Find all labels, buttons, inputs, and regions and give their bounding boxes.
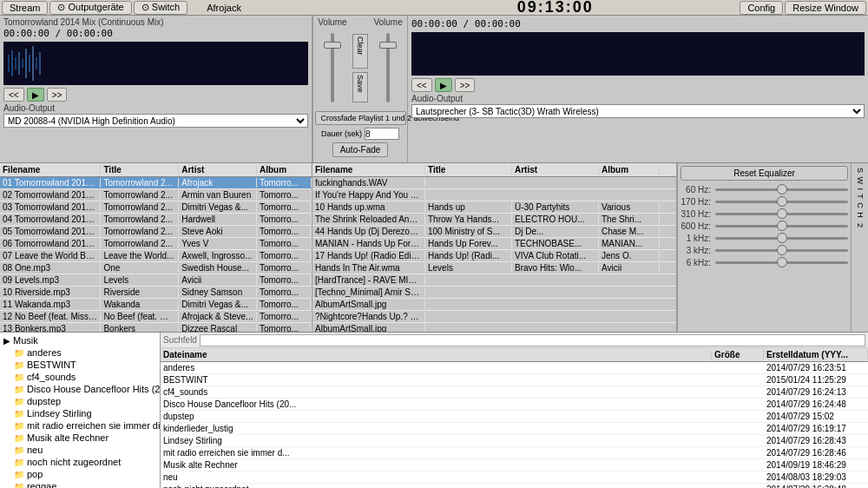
eq-band-knob[interactable] bbox=[777, 184, 787, 195]
deck2-prev[interactable]: << bbox=[411, 78, 432, 92]
tree-item[interactable]: 📁pop bbox=[2, 468, 158, 480]
file-row[interactable]: anderes 2014/07/29 16:23:51 bbox=[161, 362, 868, 374]
tree-item[interactable]: 📁reggae bbox=[2, 480, 158, 488]
eq-band-slider[interactable] bbox=[715, 188, 848, 191]
tree-icon: 📁 bbox=[14, 470, 24, 479]
eq-band-knob[interactable] bbox=[777, 257, 787, 267]
playlist2-row[interactable]: 10 Hands up.wma Hands up Ü-30 Partyhits … bbox=[312, 201, 676, 214]
file-row[interactable]: Disco House Dancefloor Hits (20... 2014/… bbox=[161, 399, 868, 411]
playlist2-row[interactable]: The Shrink Reloaded And Flip... Throw Ya… bbox=[312, 214, 676, 226]
eq-band-knob[interactable] bbox=[777, 233, 787, 243]
eq-band-knob[interactable] bbox=[777, 208, 787, 219]
file-rows: anderes 2014/07/29 16:23:51 BESTWINT 201… bbox=[161, 362, 868, 488]
file-row[interactable]: neu 2014/08/03 18:29:03 bbox=[161, 472, 868, 484]
fader-knob-right[interactable] bbox=[379, 42, 397, 49]
eq-band-slider[interactable] bbox=[715, 213, 848, 215]
playlist2-col-artist: Artist bbox=[512, 165, 599, 175]
playlist2-row[interactable]: Hands In The Air.wma Levels Bravo Hits: … bbox=[312, 262, 676, 274]
tree-item[interactable]: 📁anderes bbox=[2, 346, 158, 359]
playlist2-row[interactable]: 44 Hands Up (Dj Derezon & N... 100 Minis… bbox=[312, 226, 676, 238]
svg-rect-7 bbox=[29, 55, 30, 72]
playlist2-row[interactable]: 17 Hands Up! (Radio Edit).m4a Hands Up! … bbox=[312, 250, 676, 262]
tree-item[interactable]: 📁neu bbox=[2, 444, 158, 456]
deck1-transport: << ▶ >> bbox=[3, 88, 308, 102]
playlist1-row[interactable]: 12 No Beef (feat. Miss Palmer)... No Bee… bbox=[0, 311, 312, 323]
file-row[interactable]: kinderlieder_lustig 2014/07/29 16:19:17 bbox=[161, 423, 868, 435]
playlist1-row[interactable]: 10 Riverside.mp3 Riverside Sidney Samson… bbox=[0, 287, 312, 299]
eq-band-label: 600 Hz: bbox=[681, 221, 711, 231]
deck1-next[interactable]: >> bbox=[47, 88, 68, 102]
tree-item[interactable]: 📁cf4_sounds bbox=[2, 371, 158, 383]
playlist2-row[interactable]: fuckinghands.WAV bbox=[312, 177, 676, 189]
playlist1-row[interactable]: 09 Levels.mp3 Levels Avicii Tomorro... bbox=[0, 274, 312, 287]
tree-item[interactable]: ▶Musik bbox=[2, 334, 158, 346]
playlist1-row[interactable]: 03 Tomorrowland 2014 Mix (C... Tomorrowl… bbox=[0, 201, 312, 214]
deck1-prev[interactable]: << bbox=[3, 88, 24, 102]
fader-right[interactable] bbox=[373, 29, 402, 107]
playlist2-row[interactable]: AlbumArtSmall.jpg bbox=[312, 299, 676, 311]
duration-input[interactable] bbox=[365, 128, 399, 140]
file-row[interactable]: Musik alte Rechner 2014/09/19 18:46:29 bbox=[161, 459, 868, 472]
playlist2-row[interactable]: If You're Happy And You Kno... bbox=[312, 189, 676, 201]
eq-reset-button[interactable]: Reset Equalizer bbox=[681, 166, 848, 181]
playlist2-row[interactable]: [HardTrance] - RAVE MIX - Tra... bbox=[312, 274, 676, 287]
playlist1-row[interactable]: 04 Tomorrowland 2014 Mix (C... Tomorrowl… bbox=[0, 214, 312, 226]
deck1-play[interactable]: ▶ bbox=[27, 88, 44, 102]
playlist1-row[interactable]: 13 Bonkers.mp3 Bonkers Dizzee Rascal Tom… bbox=[0, 323, 312, 332]
deck1-audio-device[interactable]: MD 20088-4 (NVIDIA High Definition Audio… bbox=[3, 114, 308, 128]
tree-item[interactable]: 📁noch nicht zugeordnet bbox=[2, 456, 158, 468]
file-row[interactable]: Lindsey Stirling 2014/07/29 16:28:43 bbox=[161, 435, 868, 447]
playlist1-row[interactable]: 05 Tomorrowland 2014 Mix (C... Tomorrowl… bbox=[0, 226, 312, 238]
config-button[interactable]: Config bbox=[740, 1, 783, 15]
eq-band-knob[interactable] bbox=[777, 196, 787, 207]
tree-item[interactable]: 📁Disco House Dancefloor Hits (2013) bbox=[2, 383, 158, 395]
save-button[interactable]: Save bbox=[352, 72, 368, 102]
deck2-waveform[interactable] bbox=[411, 32, 865, 76]
eq-band-slider[interactable] bbox=[715, 261, 848, 264]
deck2-play[interactable]: ▶ bbox=[435, 78, 452, 92]
fader-knob-left[interactable] bbox=[324, 42, 341, 49]
playlist1-row[interactable]: 01 Tomorrowland 2014 Mix (C... Tomorrowl… bbox=[0, 177, 312, 189]
eq-band-knob[interactable] bbox=[777, 245, 787, 255]
file-row[interactable]: dupstep 2014/07/29 15:02 bbox=[161, 411, 868, 423]
tree-item[interactable]: 📁mit radio erreichen sie immer die richt… bbox=[2, 419, 158, 432]
svg-rect-0 bbox=[3, 42, 308, 85]
playlist1-row[interactable]: 08 One.mp3 One Swedish House... Tomorro.… bbox=[0, 262, 312, 274]
stream-button[interactable]: Stream bbox=[2, 1, 48, 15]
playlist1-row[interactable]: 11 Wakanda.mp3 Wakanda Dimitri Vegas &..… bbox=[0, 299, 312, 311]
eq-band-slider[interactable] bbox=[715, 237, 848, 240]
autofade-btn[interactable]: Auto-Fade bbox=[332, 142, 389, 157]
tree-item[interactable]: 📁BESTWINT bbox=[2, 359, 158, 371]
tree-item[interactable]: 📁Lindsey Stirling bbox=[2, 407, 158, 419]
deck2-audio-device[interactable]: Lautsprecher (3- SB Tactic(3D) Wrath Wir… bbox=[411, 104, 865, 118]
playlist1-row[interactable]: 06 Tomorrowland 2014 Mix (C... Tomorrowl… bbox=[0, 238, 312, 250]
search-input[interactable] bbox=[200, 334, 865, 346]
file-row[interactable]: cf4_sounds 2014/07/29 16:24:13 bbox=[161, 386, 868, 399]
playlist2-row[interactable]: MANIAN - Hands Up Forever... Hands Up Fo… bbox=[312, 238, 676, 250]
resize-button[interactable]: Resize Window bbox=[785, 1, 866, 15]
playlist2-row[interactable]: [Techno_Minimal] Amir SoRa ... bbox=[312, 287, 676, 299]
playlist2-row[interactable]: AlbumArtSmall.jpg bbox=[312, 323, 676, 332]
file-row[interactable]: noch nicht zugeordnet 2014/07/29 16:28:4… bbox=[161, 484, 868, 488]
deck1-audio-output-label: Audio-Output bbox=[3, 103, 308, 113]
playlist2-row[interactable]: ?Nightcore?Hands Up.? Mix ... bbox=[312, 311, 676, 323]
eq-band-slider[interactable] bbox=[715, 249, 848, 252]
playlist1-row[interactable]: 07 Leave the World Behind (f... Leave th… bbox=[0, 250, 312, 262]
switch-button[interactable]: ⊙ Switch bbox=[134, 1, 187, 15]
clear-button[interactable]: Clear bbox=[352, 34, 368, 69]
eq-band-slider[interactable] bbox=[715, 225, 848, 228]
playlist1-row[interactable]: 02 Tomorrowland 2014 Mix (C... Tomorrowl… bbox=[0, 189, 312, 201]
crossfade-playlist-btn[interactable]: Crossfade Playlist 1 und 2 abwechselnd bbox=[315, 111, 406, 125]
eq-band-slider[interactable] bbox=[715, 201, 848, 203]
col-dateiname: Dateiname bbox=[161, 350, 712, 359]
eq-band-knob[interactable] bbox=[777, 221, 787, 231]
tree-item[interactable]: 📁dupstep bbox=[2, 395, 158, 407]
deck2-next[interactable]: >> bbox=[455, 78, 476, 92]
file-row[interactable]: mit radio erreichen sie immer d... 2014/… bbox=[161, 447, 868, 459]
fader-left[interactable] bbox=[318, 29, 346, 107]
deck1-waveform[interactable] bbox=[3, 42, 308, 85]
file-row[interactable]: BESTWINT 2015/01/24 11:25:29 bbox=[161, 374, 868, 386]
eq-bands: 60 Hz: 170 Hz: 310 Hz: 600 Hz: 1 kHz: 3 … bbox=[681, 185, 848, 270]
tree-item[interactable]: 📁Musik alte Rechner bbox=[2, 432, 158, 444]
output-button[interactable]: ⊙ Outputgeräte bbox=[49, 1, 131, 15]
